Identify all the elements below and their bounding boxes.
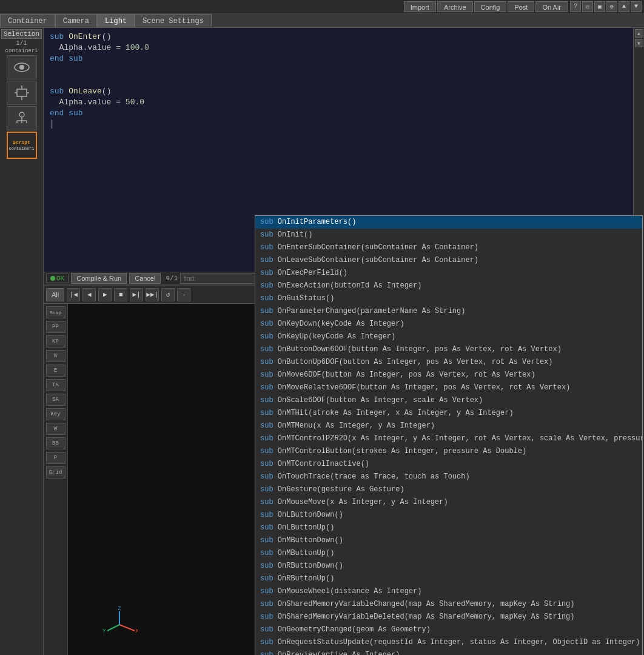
key-tool[interactable]: Key xyxy=(46,408,65,420)
tab-light[interactable]: Light xyxy=(97,14,135,27)
bb-tool[interactable]: BB xyxy=(46,437,65,449)
down-icon[interactable]: ▼ xyxy=(631,1,642,12)
monitor-icon[interactable]: ▣ xyxy=(594,1,605,12)
mail-icon[interactable]: ✉ xyxy=(582,1,593,12)
code-line-3: end sub xyxy=(50,53,627,64)
up-icon[interactable]: ▲ xyxy=(619,1,629,12)
p-tool[interactable]: P xyxy=(46,452,65,464)
timeline-all-button[interactable]: All xyxy=(46,288,64,301)
autocomplete-item[interactable]: sub OnLButtonUp() xyxy=(255,522,642,534)
archive-button[interactable]: Archive xyxy=(437,1,473,12)
autocomplete-item[interactable]: sub OnInit() xyxy=(255,229,642,241)
kp-tool[interactable]: KP xyxy=(46,335,65,348)
timeline-play-btn[interactable]: ▶ xyxy=(98,288,112,301)
help-icon[interactable]: ? xyxy=(570,1,581,12)
autocomplete-item[interactable]: sub OnMoveRelative6DOF(button As Integer… xyxy=(255,381,642,394)
sa-tool[interactable]: SA xyxy=(46,394,65,406)
autocomplete-item[interactable]: sub OnMouseMove(x As Integer, y As Integ… xyxy=(255,496,642,509)
autocomplete-item[interactable]: sub OnLButtonDown() xyxy=(255,509,642,522)
e-tool[interactable]: E xyxy=(46,364,65,377)
autocomplete-item[interactable]: sub OnPreview(active As Integer) xyxy=(255,649,642,655)
ok-dot xyxy=(50,276,55,281)
autocomplete-item[interactable]: sub OnEnterSubContainer(subContainer As … xyxy=(255,241,642,254)
autocomplete-item[interactable]: sub OnGeometryChanged(geom As Geometry) xyxy=(255,623,642,636)
eye-icon xyxy=(13,61,30,73)
cancel-button[interactable]: Cancel xyxy=(129,273,161,284)
autocomplete-item[interactable]: sub OnSharedMemoryVariableChanged(map As… xyxy=(255,598,642,611)
autocomplete-item[interactable]: sub OnGesture(gesture As Gesture) xyxy=(255,483,642,496)
autocomplete-item[interactable]: sub OnLeaveSubContainer(subContainer As … xyxy=(255,254,642,267)
autocomplete-item[interactable]: sub OnScale6DOF(button As Integer, scale… xyxy=(255,394,642,407)
top-nav-buttons: Import Archive Config Post On Air xyxy=(404,1,568,12)
autocomplete-item[interactable]: sub OnMTHit(stroke As Integer, x As Inte… xyxy=(255,407,642,420)
rt-btn-1[interactable]: ▲ xyxy=(635,29,643,38)
autocomplete-item[interactable]: sub OnMTControlPZR2D(x As Integer, y As … xyxy=(255,432,642,445)
autocomplete-item[interactable]: sub OnButtonUp6DOF(button As Integer, po… xyxy=(255,356,642,369)
code-line-1: sub OnEnter() xyxy=(50,32,627,42)
position-indicator: 9/1 xyxy=(166,275,178,282)
autocomplete-item[interactable]: sub OnMTControlButton(strokes As Integer… xyxy=(255,445,642,458)
autocomplete-item[interactable]: sub OnInitParameters() xyxy=(255,216,642,229)
timeline-loop-btn[interactable]: ↺ xyxy=(161,288,175,301)
import-button[interactable]: Import xyxy=(404,1,436,12)
timeline-next-end-btn[interactable]: ▶▶| xyxy=(146,288,159,301)
autocomplete-item[interactable]: sub OnKeyDown(keyCode As Integer) xyxy=(255,318,642,331)
settings-icon[interactable]: ⚙ xyxy=(606,1,617,12)
tab-row: Container Camera Light Scene Settings xyxy=(0,13,644,28)
svg-text:Z: Z xyxy=(118,606,121,612)
svg-point-1 xyxy=(19,65,24,70)
autocomplete-item[interactable]: sub OnRequestStatusUpdate(requestId As I… xyxy=(255,636,642,649)
post-button[interactable]: Post xyxy=(508,1,534,12)
timeline-prev-btn[interactable]: ◀ xyxy=(82,288,96,301)
autocomplete-item[interactable]: sub OnGuiStatus() xyxy=(255,292,642,305)
autocomplete-dropdown[interactable]: sub OnInitParameters()sub OnInit()sub On… xyxy=(255,215,643,655)
svg-line-13 xyxy=(107,625,119,631)
autocomplete-item[interactable]: sub OnParameterChanged(parameterName As … xyxy=(255,305,642,318)
selection-count: 1/1 xyxy=(16,40,27,47)
pp-tool[interactable]: PP xyxy=(46,321,65,333)
autocomplete-item[interactable]: sub OnMove6DOF(button As Integer, pos As… xyxy=(255,369,642,381)
svg-point-7 xyxy=(19,112,24,117)
autocomplete-item[interactable]: sub OnRButtonUp() xyxy=(255,573,642,585)
autocomplete-item[interactable]: sub OnMTControlInactive() xyxy=(255,458,642,471)
transform-icon xyxy=(13,84,30,101)
on-air-button[interactable]: On Air xyxy=(535,1,568,12)
script-button[interactable]: Script container1 xyxy=(7,132,37,159)
compile-run-button[interactable]: Compile & Run xyxy=(71,273,127,284)
timeline-prev-end-btn[interactable]: |◀ xyxy=(67,288,80,301)
autocomplete-item[interactable]: sub OnMTMenu(x As Integer, y As Integer) xyxy=(255,420,642,432)
autocomplete-item[interactable]: sub OnMouseWheel(distance As Integer) xyxy=(255,585,642,598)
autocomplete-item[interactable]: sub OnKeyUp(keyCode As Integer) xyxy=(255,331,642,343)
snap-tool[interactable]: Snap xyxy=(46,306,65,318)
sidebar-anchor-btn[interactable] xyxy=(7,106,37,130)
autocomplete-item[interactable]: sub OnRButtonDown() xyxy=(255,560,642,573)
tab-camera[interactable]: Camera xyxy=(55,14,97,27)
ta-tool[interactable]: TA xyxy=(46,379,65,391)
autocomplete-item[interactable]: sub OnButtonDown6DOF(button As Integer, … xyxy=(255,343,642,356)
timeline-next-btn[interactable]: ▶| xyxy=(130,288,143,301)
sidebar-eye-btn[interactable] xyxy=(7,55,37,79)
selection-label: Selection xyxy=(1,29,42,39)
timeline-stop-btn[interactable]: ■ xyxy=(114,288,127,301)
ok-label: OK xyxy=(56,275,64,282)
grid-tool[interactable]: Grid xyxy=(46,466,65,479)
w-tool[interactable]: W xyxy=(46,423,65,435)
code-line-2: Alpha.value = 100.0 xyxy=(50,42,627,53)
autocomplete-item[interactable]: sub OnMButtonDown() xyxy=(255,534,642,547)
code-line-4 xyxy=(50,64,627,75)
n-tool[interactable]: N xyxy=(46,350,65,362)
autocomplete-item[interactable]: sub OnSharedMemoryVariableDeleted(map As… xyxy=(255,611,642,623)
autocomplete-item[interactable]: sub OnExecAction(buttonId As Integer) xyxy=(255,280,642,292)
sidebar-transform-btn[interactable] xyxy=(7,81,37,105)
ok-indicator: OK xyxy=(46,274,69,283)
autocomplete-item[interactable]: sub OnExecPerField() xyxy=(255,267,642,280)
timeline-minus-btn[interactable]: - xyxy=(177,288,190,301)
tab-container[interactable]: Container xyxy=(0,14,55,27)
config-button[interactable]: Config xyxy=(474,1,507,12)
autocomplete-item[interactable]: sub OnMButtonUp() xyxy=(255,547,642,560)
autocomplete-item[interactable]: sub OnTouchTrace(trace as Trace, touch a… xyxy=(255,471,642,483)
rt-btn-2[interactable]: ▼ xyxy=(635,39,643,47)
tab-scene-settings[interactable]: Scene Settings xyxy=(135,14,212,27)
left-sidebar: Selection 1/1 container1 xyxy=(0,28,44,655)
code-line-8: end sub xyxy=(50,108,627,119)
